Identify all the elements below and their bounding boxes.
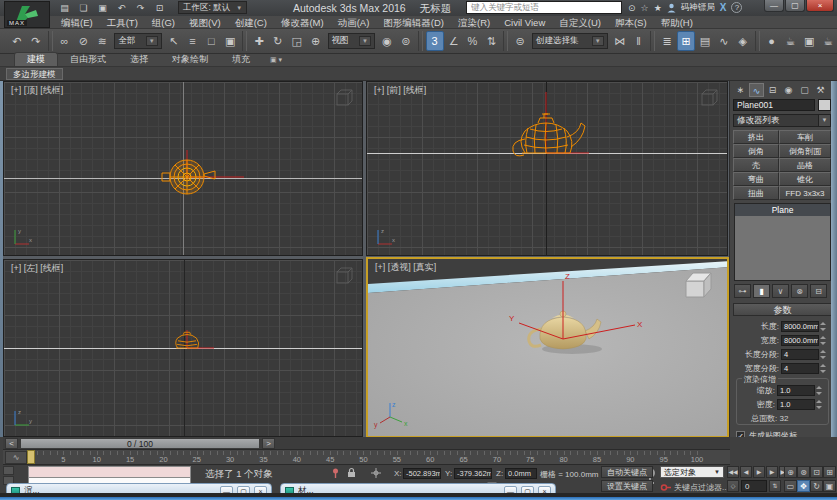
frame-spinner[interactable]: ⇅ (769, 480, 781, 492)
frame-back-arrow[interactable]: < (5, 438, 18, 449)
modifier-button[interactable]: 倒角 (733, 144, 779, 158)
auto-key-button[interactable]: 自动关键点 (601, 466, 653, 478)
key-filters-icon[interactable] (660, 482, 672, 493)
bind-to-space-warp-button[interactable]: ≋ (93, 31, 111, 51)
ribbon-tab-对象绘制[interactable]: 对象绘制 (160, 53, 220, 66)
command-tab-display[interactable]: ▢ (797, 83, 812, 97)
align-button[interactable]: ‖ (630, 31, 648, 51)
ribbon-toggle-button[interactable]: ▤ (696, 31, 714, 51)
go-to-start-button[interactable]: ◀◀ (727, 466, 739, 478)
window-crossing-toggle-button[interactable]: ▣ (221, 31, 239, 51)
command-tab-utilities[interactable]: ⚒ (813, 83, 828, 97)
select-by-name-button[interactable]: ≡ (184, 31, 202, 51)
modifier-button[interactable]: 挤出 (733, 130, 779, 144)
maxscript-macro-recorder-field[interactable] (28, 466, 191, 478)
pan-view-button[interactable]: ✥ (797, 480, 810, 492)
parameter-field[interactable]: 8000.0mm (781, 335, 819, 346)
modifier-button[interactable]: 锥化 (779, 172, 831, 186)
isolate-selection-icon[interactable] (330, 467, 341, 479)
next-frame-button[interactable]: ▶ (766, 466, 778, 478)
percent-snap-button[interactable]: % (464, 31, 482, 51)
menu-item[interactable]: 图形编辑器(D) (376, 16, 451, 29)
play-animation-button[interactable]: ▶ (753, 466, 765, 478)
viewport-left-label[interactable]: [+] [左] [线框] (11, 262, 63, 275)
ribbon-tab-填充[interactable]: 填充 (220, 53, 262, 66)
spinner-arrows[interactable] (820, 321, 828, 332)
viewcube-icon[interactable] (699, 88, 719, 108)
parameter-field[interactable]: 4 (781, 363, 819, 374)
use-pivot-point-center-button[interactable]: ◉ (378, 31, 396, 51)
time-slider[interactable]: < 0 / 100 > (3, 437, 730, 450)
zoom-extents-button[interactable]: ⊡ (810, 466, 823, 478)
ribbon-tab-选择[interactable]: 选择 (118, 53, 160, 66)
menu-item[interactable]: 脚本(S) (608, 16, 654, 29)
exchange-apps-icon[interactable]: X (720, 2, 727, 13)
configure-modifier-sets-button[interactable]: ⊟ (810, 284, 827, 298)
select-and-scale-button[interactable]: ◲ (288, 31, 306, 51)
menu-item[interactable]: 视图(V) (182, 16, 228, 29)
scene-explorer-button[interactable]: ⊞ (677, 31, 695, 51)
rendered-frame-window-button[interactable]: ▣ (800, 31, 818, 51)
modifier-button[interactable]: 倒角剖面 (779, 144, 831, 158)
selection-filter-dropdown[interactable]: 全部▼ (114, 33, 162, 49)
stack-item[interactable]: Plane (735, 204, 830, 216)
parameter-field[interactable]: 8000.0mm (781, 321, 819, 332)
select-and-manipulate-button[interactable]: ⊚ (397, 31, 415, 51)
parameter-field[interactable]: 1.0 (777, 399, 815, 410)
app-logo-button[interactable]: MAX (4, 1, 50, 28)
menu-item[interactable]: 自定义(U) (552, 16, 608, 29)
key-mode-toggle-button[interactable]: ◇ (727, 480, 739, 492)
object-name-field[interactable]: Plane001 (733, 99, 815, 111)
select-object-button[interactable]: ↖ (165, 31, 183, 51)
command-tab-modify[interactable]: ∿ (749, 83, 764, 97)
track-bar[interactable]: ∿ 05101520253035404550556065707580859095… (3, 450, 730, 465)
modifier-button[interactable]: 扭曲 (733, 186, 779, 200)
menu-item[interactable]: 渲染(R) (451, 16, 497, 29)
viewport-top-label[interactable]: [+] [顶] [线框] (11, 84, 63, 97)
key-filters-label[interactable]: 关键点过滤器... (674, 482, 729, 493)
menu-item[interactable]: 工具(T) (100, 16, 145, 29)
favorites-arrow-icon[interactable]: ☆ (641, 3, 649, 13)
show-end-result-button[interactable]: ▮ (753, 284, 770, 298)
zoom-extents-all-button[interactable]: ⊞ (823, 466, 836, 478)
angle-snap-button[interactable]: ∠ (445, 31, 463, 51)
spinner-arrows[interactable] (820, 363, 828, 374)
ribbon-more-icon[interactable]: ▣ ▾ (270, 53, 282, 66)
signed-in-user[interactable]: 码神镖局 (681, 2, 715, 14)
viewport-top[interactable]: [+] [顶] [线框] xy (3, 81, 363, 256)
menu-item[interactable]: 创建(C) (228, 16, 274, 29)
z-coord-field[interactable]: 0.0mm (505, 468, 537, 479)
undo-quick-button[interactable]: ↶ (113, 2, 130, 15)
render-production-button[interactable]: ☕ (819, 31, 837, 51)
search-input[interactable]: 键入关键字或短语 (466, 1, 622, 14)
viewport-front[interactable]: [+] [前] [线框] xz (366, 81, 728, 256)
project-folder-button[interactable]: ⊡ (151, 2, 168, 15)
select-and-link-button[interactable]: ∞ (56, 31, 74, 51)
set-key-button[interactable]: 设置关键点 (601, 480, 653, 492)
absolute-mode-transform-icon[interactable] (370, 467, 382, 479)
select-and-move-button[interactable]: ✚ (250, 31, 268, 51)
spinner-arrows[interactable] (816, 385, 824, 396)
polygon-modeling-panel[interactable]: 多边形建模 (6, 68, 63, 80)
viewport-perspective[interactable]: Z X Y z y x [+] [透视] [真实] (366, 257, 729, 438)
minimize-button[interactable]: — (764, 0, 784, 12)
orbit-button[interactable]: ↻ (810, 480, 823, 492)
modifier-list-dropdown[interactable]: 修改器列表 ▼ (733, 114, 831, 127)
previous-frame-button[interactable]: ◀ (740, 466, 752, 478)
teapot-top-view[interactable] (132, 122, 252, 232)
ribbon-tab-自由形式[interactable]: 自由形式 (58, 53, 118, 66)
command-tab-create[interactable]: ∗ (733, 83, 748, 97)
modifier-button[interactable]: 车削 (779, 130, 831, 144)
command-panel-scrollbar[interactable] (831, 81, 837, 455)
star-icon[interactable]: ★ (654, 3, 662, 13)
teapot-front-view[interactable] (471, 82, 621, 177)
frame-forward-arrow[interactable]: > (262, 438, 275, 449)
parameter-field[interactable]: 4 (781, 349, 819, 360)
snap-toggle-3d-button[interactable]: 3 (426, 31, 444, 51)
select-and-place-button[interactable]: ⊕ (307, 31, 325, 51)
y-coord-field[interactable]: -379.362m (454, 468, 492, 479)
ribbon-tab-建模[interactable]: 建模 (14, 52, 58, 66)
render-setup-button[interactable]: ☕ (781, 31, 799, 51)
zoom-button[interactable]: ⊕ (784, 466, 797, 478)
menu-item[interactable]: 动画(A) (331, 16, 377, 29)
